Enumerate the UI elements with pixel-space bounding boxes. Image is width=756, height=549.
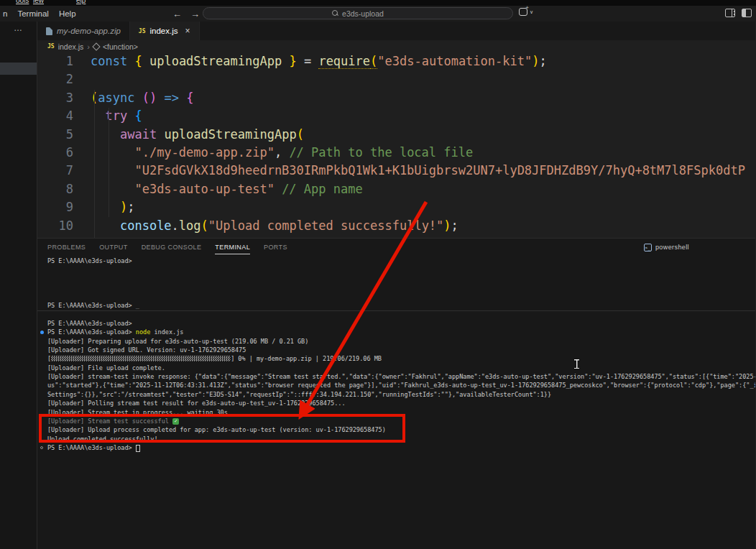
sliver-fragment: elp [76, 0, 86, 4]
tab-index-js[interactable]: JS index.js × [130, 22, 200, 40]
terminal-shell-entry[interactable]: >_ powershell [644, 239, 689, 256]
tab-label: index.js [149, 27, 178, 35]
back-icon[interactable]: ← [172, 9, 182, 19]
terminal-line[interactable]: PS E:\AAAA\e3ds-upload> _ [37, 301, 755, 310]
terminal-line[interactable]: us":"started"},{"time":"2025-11-12T06:43… [37, 381, 755, 389]
close-icon[interactable]: × [185, 26, 190, 36]
breadcrumb[interactable]: JS index.js › <function> [37, 40, 755, 52]
sliver-fragment: ools [16, 0, 29, 4]
code-line[interactable]: 1const { uploadStreamingApp } = require(… [37, 52, 755, 70]
line-number: 5 [37, 126, 73, 144]
terminal-line[interactable]: [] 0% | my-demo-app.zip | 219.06/219.06 … [37, 354, 755, 363]
code-line[interactable]: 8 "e3ds-auto-up-test" // App name [37, 180, 755, 198]
panel-header: PROBLEMS OUTPUT DEBUG CONSOLE TERMINAL P… [37, 239, 755, 256]
menu-item-run-partial[interactable]: n [3, 9, 7, 18]
function-symbol-icon [92, 42, 100, 50]
terminal-line[interactable] [37, 283, 755, 292]
terminal-line[interactable]: [Uploader] Polling stream test result fo… [37, 399, 755, 407]
terminal-line[interactable]: [Uploader] stream-test invoke response: … [37, 372, 755, 381]
command-pending-ring [40, 446, 43, 449]
panel-tab-ports[interactable]: PORTS [264, 241, 287, 254]
terminal-line[interactable]: PS E:\AAAA\e3ds-upload> [37, 319, 755, 328]
main-row: … my-demo-app.zip JS index.js × JS index… [0, 22, 756, 549]
terminal-line[interactable]: PS E:\AAAA\e3ds-upload> [37, 443, 755, 452]
js-file-icon: JS [47, 43, 55, 50]
tab-my-demo-app-zip[interactable]: my-demo-app.zip [37, 22, 130, 40]
breadcrumb-separator: › [87, 42, 90, 51]
terminal-line[interactable]: [Uploader] Stream test in progress... wa… [37, 408, 755, 417]
editor-tabs: my-demo-app.zip JS index.js × [37, 22, 755, 40]
background-window-menu-sliver: ools iew elp [0, 0, 756, 6]
panel-tab-output[interactable]: OUTPUT [99, 241, 127, 254]
code-line[interactable]: 9 ); [37, 198, 755, 216]
code-line[interactable]: 2 [37, 70, 755, 88]
terminal-line[interactable]: [Uploader] Got signed URL. Version: uv-1… [37, 346, 755, 354]
panel-tab-debug-console[interactable]: DEBUG CONSOLE [142, 241, 202, 254]
line-number: 7 [37, 162, 73, 180]
code-line[interactable]: 4 try { [37, 107, 755, 125]
panel-tab-problems[interactable]: PROBLEMS [47, 241, 86, 254]
customize-layout-icon[interactable] [725, 9, 735, 17]
sidebar-selected-row[interactable] [0, 63, 37, 75]
toggle-sidebar-icon[interactable] [742, 9, 752, 17]
nav-history: ← → [172, 6, 200, 22]
command-success-dot [40, 331, 44, 334]
code-line[interactable]: 7 "U2FsdGVkX18d9heedrnB30IRmPkbQ1Wk1+K1b… [37, 162, 755, 180]
menu-bar: n Terminal Help [3, 6, 76, 22]
terminal-line[interactable]: Upload completed successfully! [37, 435, 755, 443]
code-line[interactable]: 3(async () => { [37, 89, 755, 107]
vscode-window: ools iew elp n Terminal Help ← → e3ds-up… [0, 0, 756, 549]
terminal-output[interactable]: PS E:\AAAA\e3ds-upload>PS E:\AAAA\e3ds-u… [37, 257, 755, 549]
terminal-line[interactable] [37, 265, 755, 274]
code-line[interactable]: 10 console.log("Upload completed success… [37, 217, 755, 235]
terminal-lines: PS E:\AAAA\e3ds-upload>PS E:\AAAA\e3ds-u… [37, 257, 755, 453]
sliver-fragment: iew [33, 0, 44, 4]
indent-guide [94, 90, 95, 238]
terminal-line[interactable] [37, 310, 755, 318]
terminal-line[interactable] [37, 274, 755, 283]
terminal-line[interactable]: Settings":{}},"src":"/streamtest","teste… [37, 390, 755, 399]
command-center-search[interactable]: e3ds-upload [203, 7, 513, 19]
terminal-line[interactable]: PS E:\AAAA\e3ds-upload> [37, 257, 755, 265]
line-number: 8 [37, 180, 73, 198]
terminal-line[interactable]: PS E:\AAAA\e3ds-upload> node index.js [37, 328, 755, 336]
code-editor[interactable]: 1const { uploadStreamingApp } = require(… [37, 52, 755, 238]
search-icon [332, 10, 338, 17]
terminal-line[interactable]: [Uploader] File upload complete. [37, 364, 755, 372]
line-number: 1 [37, 52, 73, 70]
tab-label: my-demo-app.zip [57, 27, 121, 35]
code-line[interactable]: 6 "./my-demo-app.zip", // Path to the lo… [37, 144, 755, 162]
line-number: 3 [37, 89, 73, 107]
copilot-icon [519, 8, 527, 16]
search-value: e3ds-upload [342, 9, 384, 18]
titlebar-actions [725, 9, 752, 17]
code-line[interactable]: 5 await uploadStreamingApp( [37, 126, 755, 144]
line-number: 4 [37, 107, 73, 125]
forward-icon[interactable]: → [190, 9, 200, 19]
chevron-down-icon: ∨ [530, 9, 533, 15]
bottom-panel: PROBLEMS OUTPUT DEBUG CONSOLE TERMINAL P… [37, 238, 755, 549]
more-actions-icon[interactable]: … [0, 23, 37, 33]
code-lines: 1const { uploadStreamingApp } = require(… [37, 52, 755, 235]
indent-guide [109, 108, 109, 217]
breadcrumb-file[interactable]: index.js [58, 42, 84, 51]
line-number: 6 [37, 144, 73, 162]
terminal-line[interactable]: [Uploader] Stream test successful ✓ [37, 417, 755, 425]
menu-item-help[interactable]: Help [59, 9, 76, 18]
line-number: 9 [37, 198, 73, 216]
sidebar: … [0, 22, 37, 549]
menu-item-terminal[interactable]: Terminal [17, 9, 48, 18]
copilot-menu[interactable]: ∨ [519, 8, 533, 16]
editor-column: my-demo-app.zip JS index.js × JS index.j… [37, 22, 755, 549]
file-icon [46, 27, 52, 35]
breadcrumb-symbol[interactable]: <function> [103, 42, 138, 51]
title-bar: n Terminal Help ← → e3ds-upload ∨ [0, 6, 756, 22]
line-number: 2 [37, 70, 73, 88]
terminal-line[interactable]: [Uploader] Upload process completed for … [37, 425, 755, 434]
line-number: 10 [37, 217, 73, 235]
shell-label: powershell [655, 244, 689, 251]
terminal-line[interactable]: [Uploader] Preparing upload for e3ds-aut… [37, 337, 755, 346]
terminal-line[interactable] [37, 292, 755, 301]
panel-tab-terminal[interactable]: TERMINAL [215, 241, 250, 254]
js-file-icon: JS [139, 28, 146, 34]
